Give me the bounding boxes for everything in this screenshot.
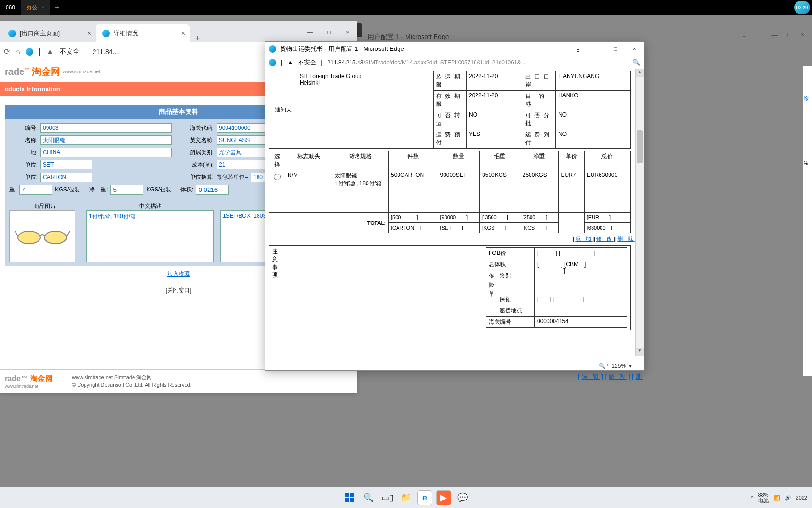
tray-chevron-icon[interactable]: ^ [751, 495, 753, 500]
notes-cell[interactable] [281, 246, 483, 330]
transship-label: 可 否 转 运 [434, 110, 467, 129]
close-icon[interactable]: × [41, 4, 45, 11]
row-radio[interactable] [274, 174, 281, 180]
vertical-scrollbar[interactable]: ▲ ▼ [635, 69, 644, 356]
notifier-label: 通知人 [269, 71, 297, 149]
wifi-icon[interactable]: 📶 [773, 495, 780, 501]
ship-date-value[interactable]: 2022-11-20 [467, 71, 523, 91]
input-gw[interactable] [19, 185, 52, 195]
maximize-icon[interactable]: □ [606, 42, 625, 55]
download-icon[interactable]: ⭳ [569, 42, 587, 55]
close-icon[interactable]: × [87, 30, 91, 37]
input-place[interactable] [40, 148, 172, 157]
scroll-thumb[interactable] [637, 130, 643, 163]
explorer-icon[interactable]: 📁 [399, 491, 413, 505]
collect-value[interactable]: NO [556, 129, 631, 149]
prepaid-value[interactable]: YES [467, 129, 523, 149]
fob-value[interactable]: [ ] [ ] [535, 248, 627, 259]
comp-value[interactable] [535, 305, 627, 317]
zoom-value: 125% [611, 363, 626, 369]
popup-url[interactable]: 211.84.215.43/SIMTrade/doc/M14.aspx?did=… [328, 59, 628, 66]
url-text[interactable]: 211.84.... [93, 48, 120, 56]
col-total: 总价 [584, 151, 630, 170]
conv-text: 每包装单位= [217, 172, 248, 182]
task-view-icon[interactable]: ▭▯ [380, 491, 394, 505]
scroll-down-icon[interactable]: ▼ [636, 348, 644, 356]
vol-value[interactable]: [ ] [CBM ] [535, 259, 627, 270]
cn-desc-header: 中文描述 [86, 202, 214, 210]
bg-add-link[interactable]: 添 加 [582, 373, 600, 380]
new-tab-plus[interactable]: + [50, 3, 64, 12]
items-table: 选择 标志唛头 货名规格 件数 数量 毛重 净重 单价 总价 N/M 太阳眼镜1… [269, 151, 631, 233]
expiry-value[interactable]: 2022-11-20 [467, 91, 523, 110]
edge-icon[interactable]: e [418, 491, 432, 505]
export-port-value[interactable]: LIANYUNGANG [556, 71, 631, 91]
risk-value[interactable] [535, 270, 627, 294]
label-en: 英文名称: [186, 136, 214, 144]
item-row[interactable]: N/M 太阳眼镜1付/纸盒, 180付/箱 500CARTON 90000SET… [269, 170, 631, 213]
top-tab-2[interactable]: 办公× [21, 0, 50, 15]
maximize-icon[interactable]: □ [320, 25, 338, 39]
tab-detail[interactable]: 详细情况 × [96, 24, 190, 42]
zoom-icon: 🔍⁺ [599, 363, 609, 369]
wechat-icon[interactable]: 💬 [455, 491, 469, 505]
chevron-down-icon[interactable]: ▾ [629, 363, 632, 369]
input-unit[interactable] [40, 160, 92, 169]
close-icon[interactable]: × [801, 31, 804, 39]
search-icon[interactable]: 🔍 [361, 491, 375, 505]
amount-label: 保额 [497, 294, 535, 305]
battery-indicator[interactable]: 88%电池 [758, 492, 768, 503]
input-pkgunit[interactable] [40, 173, 92, 182]
risk-label: 险别 [497, 270, 535, 294]
insecure-label: 不安全 [60, 48, 79, 56]
bg-right-strip: 除 % [803, 66, 812, 376]
ie-icon [8, 30, 16, 37]
dest-port-value[interactable]: HANKO [556, 91, 631, 110]
date-label[interactable]: 2022 [796, 495, 807, 500]
add-link[interactable]: 添 加 [575, 236, 592, 242]
collect-label: 运 费 到 付 [523, 129, 556, 149]
hs-value[interactable]: 0000004154 [535, 317, 627, 328]
clock-badge: 03:29 [794, 1, 810, 14]
input-name[interactable] [40, 135, 172, 145]
minimize-icon[interactable]: — [301, 25, 320, 39]
close-icon[interactable]: × [181, 30, 185, 37]
scroll-up-icon[interactable]: ▲ [636, 69, 644, 77]
transship-value[interactable]: NO [467, 110, 523, 129]
bg-edit-link[interactable]: 修 改 [609, 373, 627, 380]
amount-value[interactable]: [ ] [ ] [535, 294, 627, 305]
home-icon[interactable]: ⌂ [16, 48, 20, 56]
app-orange-icon[interactable]: ▶ [437, 491, 451, 505]
tab-exporter-home[interactable]: [出口商主页面] × [2, 24, 96, 42]
bg-del-link[interactable]: 删 [636, 373, 643, 380]
input-no[interactable] [40, 123, 172, 133]
browser-window-buttons: — □ × [301, 25, 357, 39]
input-vol[interactable] [196, 185, 229, 195]
download-icon[interactable]: ⭳ [741, 31, 748, 39]
label-gw: 重: [9, 186, 16, 194]
top-tab-1[interactable]: 060 [0, 0, 21, 15]
cn-desc-textarea[interactable]: 1付/纸盒, 180付/箱 [86, 210, 214, 262]
refresh-icon[interactable]: ⟳ [4, 47, 10, 56]
edit-link[interactable]: 修 改 [596, 236, 613, 242]
maximize-icon[interactable]: □ [787, 31, 791, 39]
close-icon[interactable]: × [338, 25, 357, 39]
minimize-icon[interactable]: — [587, 42, 606, 55]
svg-point-1 [44, 231, 67, 244]
insecure-icon: ▲ [287, 59, 293, 66]
export-port-label: 出 口 口 岸 [523, 71, 556, 91]
partial-value[interactable]: NO [556, 110, 631, 129]
delete-link[interactable]: 删 除 [617, 236, 634, 242]
close-icon[interactable]: × [625, 42, 644, 55]
zoom-out-icon[interactable]: 🔍 [632, 59, 640, 66]
minimize-icon[interactable]: — [771, 31, 778, 39]
new-tab-button[interactable]: + [190, 34, 205, 42]
zoom-control[interactable]: 🔍⁺ 125% ▾ [599, 363, 632, 369]
svg-rect-4 [345, 498, 349, 502]
start-icon[interactable] [343, 491, 357, 505]
svg-rect-3 [350, 493, 354, 497]
input-nw[interactable] [110, 185, 143, 195]
popup-titlebar[interactable]: 货物出运委托书 - 用户配置 1 - Microsoft Edge ⭳ — □ … [265, 42, 644, 56]
label-vol: 体积: [180, 186, 193, 194]
volume-icon[interactable]: 🔊 [785, 495, 791, 501]
